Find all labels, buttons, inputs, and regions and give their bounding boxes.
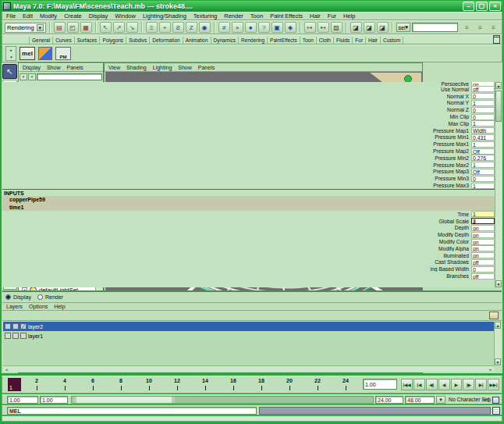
list-inputs-icon[interactable]: ● (245, 22, 257, 33)
layer-playback-toggle[interactable] (12, 333, 19, 339)
shelf-tab[interactable]: Curves (52, 37, 74, 44)
channel-value-field[interactable]: 1 (471, 141, 495, 148)
step-forward-frame-button[interactable]: |▶ (463, 379, 474, 390)
shelf-tab[interactable]: Polygons (99, 37, 126, 44)
shelf-tab[interactable]: Subdivs (126, 37, 149, 44)
scroll-down-icon[interactable]: ▼ (495, 358, 501, 365)
menu-set-dropdown[interactable]: Rendering ▼ (5, 23, 46, 33)
channel-value-field[interactable]: on (471, 232, 495, 238)
select-by-hierarchy-icon[interactable]: ↖ (100, 22, 112, 33)
paint-effects-mode-icon[interactable]: ◈ (285, 22, 296, 33)
channel-value-field[interactable]: on (471, 252, 495, 258)
menu-item[interactable]: Modify (40, 12, 57, 20)
channel-value-field[interactable]: 0 (471, 114, 495, 120)
render-view-icon[interactable]: ◪ (350, 22, 362, 33)
channel-value-field[interactable]: 1 (471, 183, 495, 189)
menu-item[interactable]: Show (47, 65, 61, 70)
render-current-frame-icon[interactable]: ◪ (364, 22, 375, 33)
scroll-left-icon[interactable]: « (3, 367, 10, 372)
current-time-field[interactable]: 1.00 (363, 379, 397, 390)
menu-item[interactable]: Texturing (193, 12, 217, 20)
channel-value-field[interactable]: Off (471, 169, 495, 175)
display-radio[interactable]: Display (5, 294, 31, 300)
script-editor-icon[interactable] (492, 407, 500, 415)
channel-value-field[interactable]: 0.431 (471, 134, 495, 141)
toggle-attribute-editor-icon[interactable]: ≡ (461, 22, 473, 33)
shelf-tab[interactable]: General (29, 37, 52, 44)
shelf-tab[interactable]: Fur (352, 37, 365, 44)
channel-value-field[interactable]: 0 (471, 93, 495, 99)
menu-item[interactable]: File (6, 12, 16, 20)
outliner-filter-icon[interactable]: ≡ (20, 73, 27, 80)
layer-horizontal-scrollbar[interactable]: « » (3, 365, 494, 372)
channel-value-field[interactable]: off (471, 273, 495, 280)
shelf-item-pm[interactable]: PM (55, 47, 71, 60)
toggle-tool-settings-icon[interactable]: ≡ (474, 22, 486, 33)
new-scene-icon[interactable]: ▤ (54, 22, 66, 33)
select-tool[interactable]: ↖ (2, 64, 17, 79)
channel-value-field[interactable]: 0 (471, 266, 495, 273)
menu-item[interactable]: Hair (310, 12, 321, 20)
scroll-thumb[interactable] (495, 91, 502, 122)
channel-value-field[interactable]: Off (471, 148, 495, 155)
animation-end-field[interactable]: 48.00 (405, 396, 435, 404)
menu-item[interactable]: Toon (250, 12, 263, 20)
menu-item[interactable]: Lighting/Shading (143, 12, 186, 20)
current-frame-indicator[interactable]: 1 (8, 378, 21, 391)
scroll-up-icon[interactable]: ▲ (495, 322, 501, 329)
snap-to-grid-icon[interactable]: Ξ (146, 22, 158, 33)
shelf-tab[interactable]: Dynamics (211, 37, 239, 44)
open-scene-icon[interactable]: ◰ (67, 22, 79, 33)
quick-select-dropdown[interactable]: sel▾ (396, 23, 410, 32)
layer-visibility-toggle[interactable] (5, 323, 11, 330)
shelf-tab[interactable]: PaintEffects (267, 37, 300, 44)
channel-value-field[interactable]: off (471, 259, 495, 265)
lock-selection-icon[interactable]: ▣ (272, 22, 283, 33)
shelf-tab[interactable]: Fluids (333, 37, 352, 44)
channel-box-scrollbar[interactable]: ▲ ▼ (495, 82, 502, 287)
playback-end-field[interactable]: 24.00 (375, 396, 403, 404)
channel-value-field[interactable]: on (471, 225, 495, 231)
channel-value-field[interactable]: off (471, 86, 495, 92)
menu-item[interactable]: Render (224, 12, 243, 20)
channel-value-field[interactable]: 0 (471, 176, 495, 182)
input-node-row[interactable]: time1 (2, 203, 495, 211)
channel-value-field[interactable]: 0.276 (471, 155, 495, 161)
scroll-right-icon[interactable]: » (487, 367, 494, 372)
layer-playback-toggle[interactable] (12, 323, 19, 330)
shelf-tab[interactable]: Cloth (316, 37, 333, 44)
channel-value-field[interactable]: 1 (471, 211, 495, 217)
close-button[interactable]: × (489, 2, 501, 11)
construction-history-icon[interactable]: # (218, 22, 230, 33)
menu-item[interactable]: Show (178, 65, 192, 70)
layer-row[interactable]: layer1 (3, 331, 494, 340)
menu-item[interactable]: Paint Effects (270, 12, 303, 20)
menu-item[interactable]: Fur (328, 12, 336, 20)
step-forward-key-button[interactable]: ▶| (475, 379, 487, 390)
maximize-button[interactable]: ▢ (476, 2, 488, 11)
quick-select-input[interactable] (412, 23, 458, 32)
ipr-render-icon[interactable]: ◪ (377, 22, 389, 33)
select-by-object-icon[interactable]: ↗ (113, 22, 125, 33)
layer-row[interactable]: ╱ layer2 (3, 322, 494, 331)
channel-value-field[interactable]: 1 (471, 100, 495, 106)
menu-item[interactable]: View (108, 65, 120, 70)
menu-item[interactable]: Shading (126, 65, 147, 70)
menu-item[interactable]: Help (343, 12, 355, 20)
layer-scrollbar[interactable]: ▲ ▼ (494, 322, 501, 365)
render-radio[interactable]: Render (37, 294, 63, 300)
snap-to-view-plane-icon[interactable]: Z (186, 22, 197, 33)
menu-item[interactable]: Layers (6, 304, 23, 309)
animation-start-field[interactable]: 1.00 (7, 396, 38, 404)
toggle-channel-box-icon[interactable]: ≡ (488, 22, 499, 33)
shelf-switcher[interactable]: ▸▾ (5, 46, 16, 61)
layer-display-type-toggle[interactable] (20, 333, 27, 339)
channel-value-field[interactable]: on (471, 245, 495, 251)
command-language-label[interactable]: MEL (9, 408, 21, 414)
channel-value-field[interactable]: 1 (471, 162, 495, 168)
input-node-row[interactable]: copperPipe59 (2, 196, 495, 204)
outliner-search-input[interactable] (37, 73, 102, 80)
shelf-tab[interactable]: Animation (183, 37, 211, 44)
select-by-component-icon[interactable]: ↘ (126, 22, 138, 33)
menu-item[interactable]: Options (29, 304, 48, 309)
